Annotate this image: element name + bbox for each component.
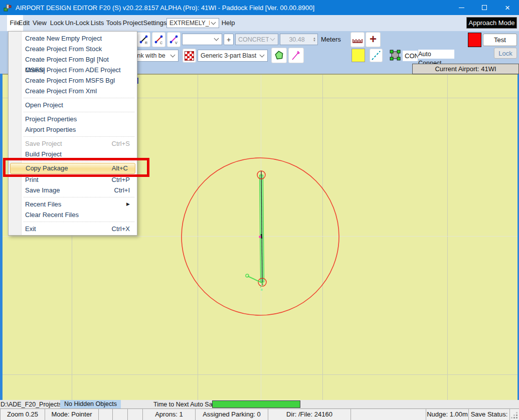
svg-text:V: V (175, 41, 178, 45)
hidden-objects-badge[interactable]: No Hidden Objects (60, 400, 121, 408)
status-assigned-parking: Assigned Parking: 0 (196, 409, 268, 420)
status-nudge: Nudge: 1.00m (426, 409, 469, 420)
lock-button[interactable]: Lock (494, 48, 517, 59)
status-empty (99, 409, 113, 420)
minimize-icon[interactable] (450, 0, 473, 15)
taxi-node (246, 274, 249, 277)
menu-item-create-project-from-ade-project[interactable]: Create Project From ADE Project (9, 65, 137, 75)
status-mode: Mode: Pointer (45, 409, 99, 420)
resize-grip-icon[interactable] (510, 409, 519, 420)
width-spinner[interactable]: 30.48 ▲▼ (280, 34, 318, 45)
select-handles-icon (389, 49, 402, 62)
menu-lists[interactable]: Lists (89, 15, 105, 31)
menu-item-clear-recent-files[interactable]: Clear Recent Files (9, 209, 137, 220)
taxi-node (261, 289, 263, 291)
menu-item-create-project-from-bgl[interactable]: Create Project From Bgl [Not MSFS] (9, 54, 137, 65)
app-icon (3, 3, 12, 12)
ruler-icon (352, 35, 364, 45)
closed-link-button[interactable]: C (152, 32, 165, 47)
crosshair-button[interactable]: + (366, 32, 381, 47)
menu-item-project-properties[interactable]: Project Properties (9, 114, 137, 124)
units-label: Meters (321, 36, 341, 43)
menu-view[interactable]: View (32, 15, 48, 31)
menu-separator (24, 197, 134, 197)
polygon-icon (274, 50, 285, 61)
pattern-button[interactable] (183, 49, 196, 63)
status-empty (351, 409, 426, 420)
title-bar[interactable]: AIRPORT DESIGN EDITOR F20 (S) v20.22.815… (0, 0, 519, 15)
menu-item-create-new-empty-project[interactable]: Create New Empty Project (9, 33, 137, 44)
measure-button[interactable] (351, 32, 365, 47)
menu-item-recent-files[interactable]: Recent Files▶ (9, 199, 137, 209)
menu-item-airport-properties[interactable]: Airport Properties (9, 124, 137, 135)
status-save-status: Save Status: (469, 409, 510, 420)
checker-pattern-icon (185, 51, 194, 61)
menu-item-exit[interactable]: ExitCtrl+X (9, 224, 137, 234)
runway-link-button[interactable]: R (137, 32, 150, 47)
fence-line-icon (290, 50, 302, 62)
autosave-label: Time to Next Auto Save: (153, 401, 221, 408)
close-icon[interactable]: × (496, 0, 519, 15)
taxiway-name-combo[interactable] (182, 34, 222, 45)
runway-link-icon: R (138, 34, 149, 45)
menu-item-create-project-from-stock[interactable]: Create Project From Stock (9, 44, 137, 54)
color-swatch[interactable] (468, 33, 481, 47)
menu-item-open-project[interactable]: Open Project (9, 100, 137, 110)
spinner-arrows-icon[interactable]: ▲▼ (313, 37, 316, 42)
draw-polygon-button[interactable] (271, 48, 287, 63)
menu-un-lock[interactable]: Un-Lock (64, 15, 90, 31)
status-empty (128, 409, 143, 420)
submenu-arrow-icon: ▶ (126, 199, 130, 209)
chevron-down-icon (270, 36, 275, 41)
draw-fence-button[interactable] (288, 48, 304, 63)
chevron-down-icon (214, 36, 219, 41)
menu-separator (24, 112, 134, 112)
autosave-progress-bar (212, 400, 300, 408)
vehicle-link-button[interactable]: V (167, 32, 181, 47)
surface-combo[interactable]: CONCRETE (235, 34, 278, 45)
status-aprons: Aprons: 1 (143, 409, 196, 420)
file-menu-panel: Create New Empty Project Create Project … (8, 31, 137, 236)
menu-separator (24, 222, 134, 222)
menu-bar: File Edit View Lock Un-Lock Lists Tools … (0, 15, 519, 31)
menu-separator (24, 161, 134, 161)
fence-type-combo[interactable]: Generic 3-part Blast Fence (198, 50, 268, 62)
vehicle-link-icon: V (168, 34, 180, 45)
window-edge (0, 74, 3, 400)
selection-mode-button[interactable] (388, 49, 402, 62)
menu-help[interactable]: Help (221, 15, 236, 31)
current-airport-box: Current Airport: 41WI (412, 64, 519, 74)
menu-lock[interactable]: Lock (49, 15, 65, 31)
runway-mid-marker (262, 234, 262, 239)
menu-item-create-project-from-msfs-bgl[interactable]: Create Project From MSFS Bgl (9, 75, 137, 86)
auto-connect-label: Auto Connect (418, 50, 454, 59)
svg-text:R: R (145, 41, 147, 45)
plus-icon: + (370, 32, 377, 46)
dashed-line-icon (371, 50, 382, 61)
menu-tools[interactable]: Tools (106, 15, 122, 31)
apron-color-button[interactable] (352, 49, 365, 62)
density-combo[interactable]: EXTREMELY_DENSE (166, 18, 219, 28)
menu-item-copy-package[interactable]: Copy PackageAlt+C (10, 163, 135, 174)
status-empty (113, 409, 128, 420)
menu-settings[interactable]: Settings (141, 15, 169, 31)
chevron-down-icon (260, 52, 265, 57)
menu-item-create-project-from-xml[interactable]: Create Project From Xml (9, 86, 137, 96)
closed-link-icon: C (153, 34, 164, 45)
add-taxiway-name-button[interactable]: + (224, 34, 234, 45)
maximize-icon[interactable] (473, 0, 496, 15)
approach-mode-button[interactable]: Approach Mode (466, 17, 517, 29)
status-dir-file: Dir: /File: 24160 (268, 409, 351, 420)
airport-reference-point (259, 236, 261, 238)
connect-label: CON (403, 51, 418, 61)
menu-separator (24, 98, 134, 98)
menu-item-print[interactable]: PrintCtrl+P (9, 174, 137, 185)
app-window: AIRPORT DESIGN EDITOR F20 (S) v20.22.815… (0, 0, 519, 420)
status-bar-top: D:\ADE_F20_Projects\41wi No Hidden Objec… (0, 400, 519, 408)
boundary-line-button[interactable] (370, 49, 383, 62)
menu-item-build-project[interactable]: Build Project (9, 149, 137, 159)
test-button[interactable]: Test (483, 34, 517, 46)
menu-item-save-image[interactable]: Save ImageCtrl+I (9, 185, 137, 195)
menu-item-save-project[interactable]: Save ProjectCtrl+S (9, 138, 137, 149)
menu-edit[interactable]: Edit (17, 15, 32, 31)
